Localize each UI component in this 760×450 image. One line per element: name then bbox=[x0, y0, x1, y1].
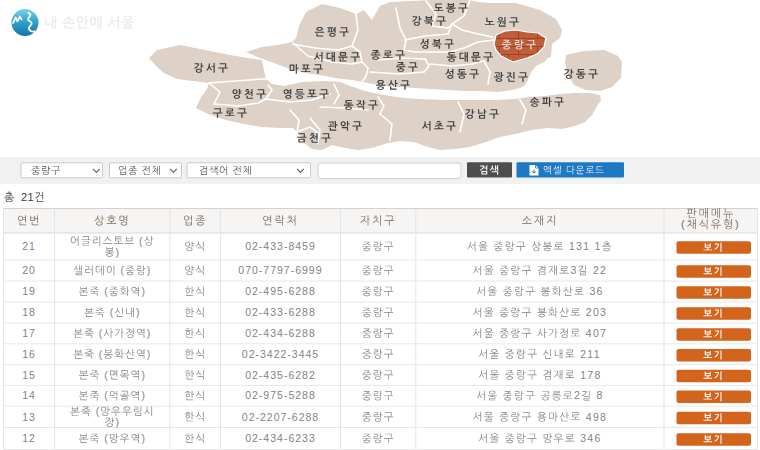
svg-text:(: ( bbox=[96, 405, 101, 417]
svg-text:(: ( bbox=[99, 348, 104, 360]
svg-text:): ) bbox=[136, 306, 141, 318]
svg-text:178: 178 bbox=[580, 369, 601, 381]
svg-text:15: 15 bbox=[22, 369, 36, 381]
svg-text:21: 21 bbox=[22, 240, 36, 252]
svg-text:02-3422-3445: 02-3422-3445 bbox=[242, 348, 319, 360]
svg-text:36: 36 bbox=[589, 285, 603, 297]
svg-text:(: ( bbox=[104, 432, 109, 444]
svg-text:(: ( bbox=[99, 327, 104, 339]
svg-text:): ) bbox=[141, 389, 146, 401]
svg-text:2: 2 bbox=[574, 389, 581, 401]
svg-text:(: ( bbox=[121, 264, 126, 276]
svg-text:(: ( bbox=[139, 235, 144, 247]
svg-text:22: 22 bbox=[593, 264, 607, 276]
svg-text:203: 203 bbox=[586, 306, 607, 318]
svg-text:3: 3 bbox=[570, 264, 577, 276]
svg-text:8: 8 bbox=[597, 389, 604, 401]
svg-text:02-433-6288: 02-433-6288 bbox=[245, 306, 316, 318]
svg-text:): ) bbox=[141, 285, 146, 297]
svg-text:14: 14 bbox=[22, 389, 36, 401]
svg-text:): ) bbox=[147, 264, 152, 276]
svg-text:(: ( bbox=[104, 285, 109, 297]
svg-text:13: 13 bbox=[22, 411, 36, 423]
svg-text:17: 17 bbox=[22, 327, 36, 339]
svg-text:02-434-6288: 02-434-6288 bbox=[245, 327, 316, 339]
svg-text:070-7797-6999: 070-7797-6999 bbox=[238, 264, 322, 276]
svg-text:(: ( bbox=[681, 218, 686, 230]
svg-text:): ) bbox=[115, 416, 120, 428]
svg-text:20: 20 bbox=[22, 264, 36, 276]
svg-text:): ) bbox=[735, 218, 740, 230]
svg-text:(: ( bbox=[104, 369, 109, 381]
svg-text:346: 346 bbox=[580, 432, 601, 444]
svg-text:): ) bbox=[147, 348, 152, 360]
svg-text:02-495-6288: 02-495-6288 bbox=[245, 285, 316, 297]
svg-text:): ) bbox=[147, 327, 152, 339]
svg-text:02-975-5288: 02-975-5288 bbox=[245, 389, 316, 401]
svg-text:): ) bbox=[141, 369, 146, 381]
svg-text:02-433-8459: 02-433-8459 bbox=[245, 240, 316, 252]
svg-text:(: ( bbox=[104, 389, 109, 401]
svg-text:19: 19 bbox=[22, 285, 36, 297]
svg-text:(: ( bbox=[110, 306, 115, 318]
svg-text:02-434-6233: 02-434-6233 bbox=[245, 432, 316, 444]
svg-text:02-2207-6288: 02-2207-6288 bbox=[242, 411, 319, 423]
svg-text:211: 211 bbox=[580, 348, 601, 360]
svg-text:498: 498 bbox=[586, 411, 607, 423]
svg-text:12: 12 bbox=[22, 432, 36, 444]
svg-text:21: 21 bbox=[21, 191, 34, 203]
svg-text:407: 407 bbox=[586, 327, 607, 339]
svg-text:): ) bbox=[141, 432, 146, 444]
svg-text:16: 16 bbox=[22, 348, 36, 360]
svg-text:): ) bbox=[115, 246, 120, 258]
svg-text:131 1: 131 1 bbox=[569, 240, 602, 252]
svg-text:02-435-6282: 02-435-6282 bbox=[245, 369, 316, 381]
svg-text:18: 18 bbox=[22, 306, 36, 318]
